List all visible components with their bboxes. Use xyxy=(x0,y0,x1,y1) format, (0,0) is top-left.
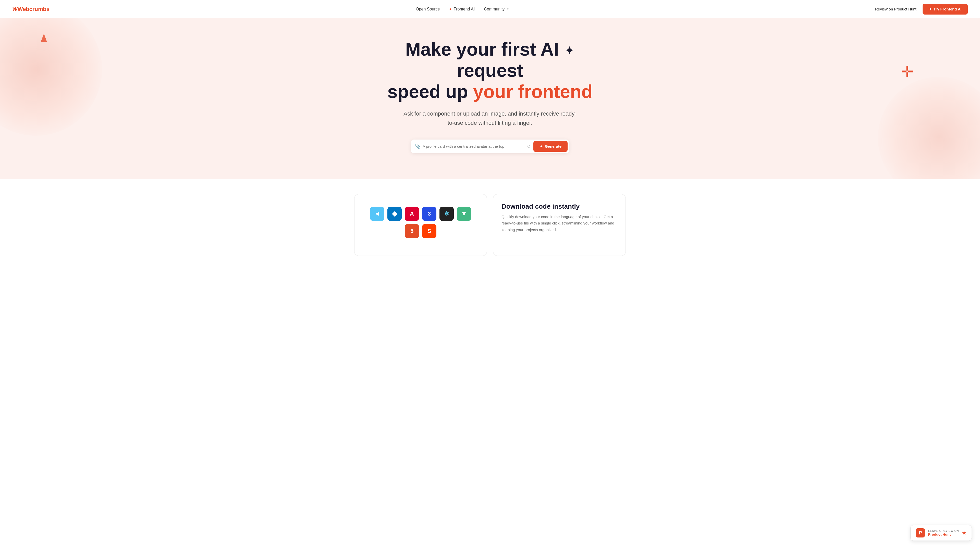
reset-icon[interactable]: ↺ xyxy=(525,144,533,149)
logo-text: WWebcrumbs xyxy=(12,6,49,13)
css-icon: 3 xyxy=(422,206,436,221)
features-section: ◄ ◆ A 3 ⚛ ▼ 5 S Download code instantly … xyxy=(0,179,980,256)
react-icon: ⚛ xyxy=(439,206,454,221)
nav-open-source[interactable]: Open Source xyxy=(416,7,440,11)
try-btn-icon: ✦ xyxy=(929,7,932,11)
framework-card: ◄ ◆ A 3 ⚛ ▼ 5 S xyxy=(354,194,487,256)
nav-right: Review on Product Hunt ✦ Try Frontend AI xyxy=(875,4,968,14)
logo-link[interactable]: WWebcrumbs xyxy=(12,6,49,13)
nav-community[interactable]: Community ↗ xyxy=(484,7,509,11)
hero-blob-left xyxy=(0,18,102,136)
angular-icon: A xyxy=(405,206,419,221)
framework-icons-grid: ◄ ◆ A 3 ⚛ ▼ 5 S xyxy=(363,203,479,242)
external-link-icon: ↗ xyxy=(506,7,509,11)
hero-title: Make your first AI ✦ request speed up yo… xyxy=(375,39,605,102)
hero-prompt-input[interactable] xyxy=(423,141,525,151)
flutter-icon: ◄ xyxy=(370,206,384,221)
svelte-icon: S xyxy=(422,224,436,238)
vue-icon: ▼ xyxy=(457,206,471,221)
download-card-desc: Quickly download your code in the langua… xyxy=(501,213,617,233)
hero-subtitle: Ask for a component or upload an image, … xyxy=(401,109,579,127)
frontend-ai-icon: ✦ xyxy=(449,7,452,11)
hero-arrow-decoration xyxy=(41,34,47,42)
hero-section: ✛ Make your first AI ✦ request speed up … xyxy=(0,18,980,179)
ai-sparkle-icon: ✦ xyxy=(565,45,574,56)
nav-links: Open Source ✦ Frontend AI Community ↗ xyxy=(416,7,509,11)
generate-button[interactable]: ✦ Generate xyxy=(533,141,568,152)
generate-icon: ✦ xyxy=(539,144,543,149)
attachment-icon: 📎 xyxy=(415,144,421,149)
navbar: WWebcrumbs Open Source ✦ Frontend AI Com… xyxy=(0,0,980,18)
try-frontend-ai-button[interactable]: ✦ Try Frontend AI xyxy=(923,4,968,14)
download-card-title: Download code instantly xyxy=(501,203,617,210)
dart-icon: ◆ xyxy=(387,206,402,221)
review-product-hunt-link[interactable]: Review on Product Hunt xyxy=(875,7,916,11)
html-icon: 5 xyxy=(405,224,419,238)
download-card: Download code instantly Quickly download… xyxy=(493,194,626,256)
hero-blob-right xyxy=(878,77,980,179)
nav-frontend-ai[interactable]: ✦ Frontend AI xyxy=(449,7,475,11)
hero-star-decoration: ✛ xyxy=(901,64,914,79)
hero-prompt-input-row: 📎 ↺ ✦ Generate xyxy=(411,140,569,153)
